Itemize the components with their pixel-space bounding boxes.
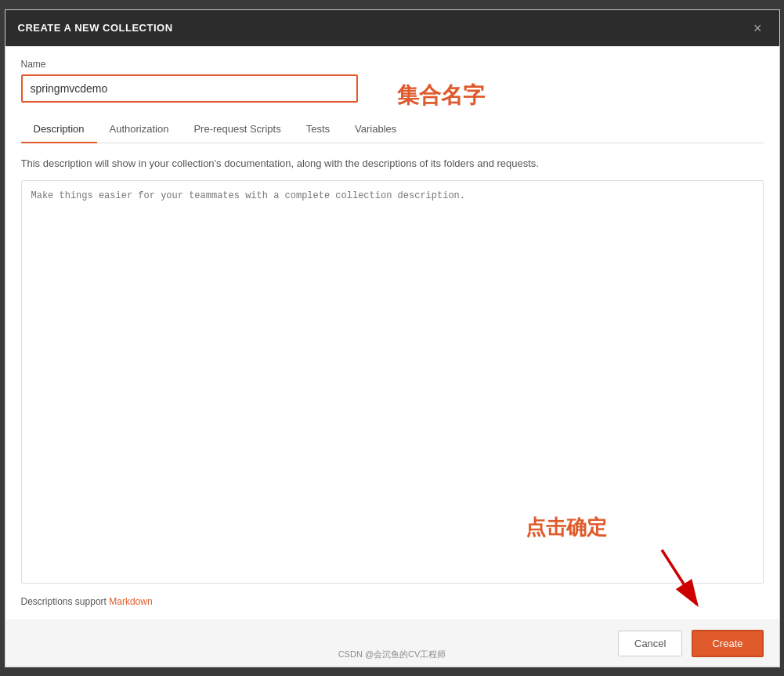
tab-variables[interactable]: Variables [342, 115, 409, 143]
close-button[interactable]: × [749, 20, 767, 37]
modal-overlay: CREATE A NEW COLLECTION × Name 集合名字 Desc… [0, 0, 784, 676]
markdown-note: Descriptions support Markdown [21, 596, 764, 607]
create-button[interactable]: Create [692, 630, 763, 657]
name-input-wrapper [21, 74, 358, 103]
cancel-button[interactable]: Cancel [618, 631, 682, 656]
modal-header: CREATE A NEW COLLECTION × [5, 10, 779, 46]
modal-title: CREATE A NEW COLLECTION [18, 22, 173, 34]
collection-name-annotation: 集合名字 [397, 81, 485, 110]
description-textarea[interactable] [22, 181, 763, 583]
tab-pre-request-scripts[interactable]: Pre-request Scripts [181, 115, 293, 143]
description-info-text: This description will show in your colle… [21, 156, 764, 172]
watermark: CSDN @会沉鱼的CV工程师 [338, 649, 446, 660]
tab-authorization[interactable]: Authorization [97, 115, 182, 143]
name-section: Name [21, 59, 764, 103]
name-label: Name [21, 59, 764, 70]
name-input[interactable] [23, 76, 356, 101]
content-area: This description will show in your colle… [21, 156, 764, 607]
modal-body: Name 集合名字 Description Authorization Pre-… [5, 46, 779, 620]
tab-tests[interactable]: Tests [294, 115, 342, 143]
markdown-prefix: Descriptions support [21, 596, 110, 607]
markdown-link[interactable]: Markdown [109, 596, 152, 607]
tabs-container: Description Authorization Pre-request Sc… [21, 115, 764, 143]
tab-description[interactable]: Description [21, 115, 97, 143]
modal-dialog: CREATE A NEW COLLECTION × Name 集合名字 Desc… [5, 9, 780, 667]
textarea-container [21, 180, 764, 584]
